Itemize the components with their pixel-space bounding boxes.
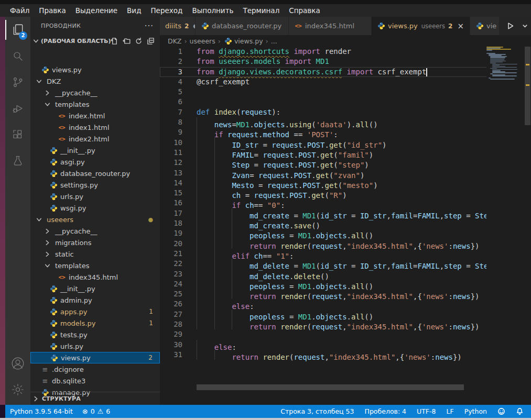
tree-folder-useeers[interactable]: useeers● (30, 214, 160, 225)
code-line-21[interactable]: 21elif ch== "1": (160, 249, 524, 259)
activity-testing[interactable] (5, 148, 30, 174)
code-line-8[interactable]: 8news=MD1.objects.using('daata').all() (160, 117, 524, 127)
language-mode[interactable]: Python (464, 407, 487, 415)
tree-file-urls-py[interactable]: urls.py (30, 191, 160, 202)
tab-database-roouter-py[interactable]: database_roouter.py (196, 17, 289, 35)
new-file-icon[interactable] (111, 37, 118, 45)
tree-folder-migrations[interactable]: migrations (30, 237, 160, 248)
code-line-26[interactable]: 26else: (160, 299, 524, 309)
code-line-25[interactable]: 25return render(request,"index345.html",… (160, 289, 524, 299)
tree-file-admin-py[interactable]: admin.py (30, 294, 160, 306)
new-folder-icon[interactable] (123, 37, 131, 45)
vertical-scrollbar-thumb[interactable] (525, 47, 530, 125)
tree-folder-templates[interactable]: templates (30, 98, 160, 110)
tree-folder--pycache-[interactable]: __pycache__ (30, 225, 160, 237)
activity-source-control[interactable] (5, 69, 30, 95)
tab-vie[interactable]: vie (470, 17, 500, 35)
tab-diiits[interactable]: diiits2● (160, 17, 196, 35)
minimap[interactable] (486, 47, 524, 384)
code-line-31[interactable]: 31return render(request,"index345.html",… (160, 350, 524, 360)
code-line-17[interactable]: 17md_create = MD1(id_str = ID_str,famil=… (160, 208, 524, 218)
code-line-28[interactable]: 28return render(request,"index345.html",… (160, 319, 524, 329)
code-line-10[interactable]: 10ID_str = request.POST.get("id_str") (160, 138, 524, 148)
cursor-position[interactable]: Строка 3, столбец 53 (280, 407, 354, 415)
tree-file-urls-py[interactable]: urls.py (30, 340, 160, 352)
tree-file-tests-py[interactable]: tests.py (30, 329, 160, 340)
python-interpreter[interactable]: Python 3.9.5 64-bit (10, 407, 73, 415)
code-line-9[interactable]: 9if request.method == 'POST': (160, 127, 524, 137)
outline-section-header[interactable]: СТРУКТУРА (30, 392, 160, 405)
notifications-bell-icon[interactable] (516, 407, 524, 415)
tree-file-settings-py[interactable]: settings.py (30, 179, 160, 191)
code-line-22[interactable]: 22md_delete = MD1(id_str = ID_str,famil=… (160, 259, 524, 269)
code-line-24[interactable]: 24peopless = MD1.objects.all() (160, 279, 524, 289)
tab-close-icon[interactable]: × (457, 21, 464, 31)
tree-file-asgi-py[interactable]: asgi.py (30, 156, 160, 168)
tree-folder-dkz[interactable]: DKZ (30, 75, 160, 87)
activity-accounts[interactable] (5, 350, 30, 377)
tree-file-index2-html[interactable]: <>index2.html (30, 133, 160, 145)
tree-file-views-py[interactable]: views.py2 (30, 352, 160, 363)
collapse-all-icon[interactable] (147, 37, 155, 45)
workspace-section-header[interactable]: (РАБОЧАЯ ОБЛАСТЬ) ... (30, 35, 160, 47)
menu-правка[interactable]: Правка (34, 4, 70, 17)
code-line-2[interactable]: 2from useeers.models import MD1 (160, 57, 524, 67)
tree-file--dcignore[interactable]: ≡.dcignore (30, 363, 160, 375)
horizontal-scrollbar[interactable] (160, 384, 524, 390)
sidebar-more-actions[interactable]: ··· (145, 21, 154, 31)
code-line-11[interactable]: 11FAMIL= request.POST.get("famil") (160, 148, 524, 158)
code-line-19[interactable]: 19peopless = MD1.objects.all() (160, 228, 524, 238)
code-line-20[interactable]: 20return render(request,"index345.html",… (160, 239, 524, 249)
tree-file-index1-html[interactable]: <>index1.html (30, 121, 160, 133)
activity-extensions[interactable] (5, 121, 30, 148)
tree-folder-static[interactable]: static (30, 248, 160, 260)
code-line-23[interactable]: 23md_delete.delete() (160, 269, 524, 279)
code-line-14[interactable]: 14Mesto = request.POST.get("mesto") (160, 178, 524, 188)
tree-file-apps-py[interactable]: apps.py1 (30, 306, 160, 317)
code-line-27[interactable]: 27peopless = MD1.objects.all() (160, 310, 524, 319)
code-line-15[interactable]: 15ch = request.POST.get("R") (160, 188, 524, 198)
indentation[interactable]: Пробелов: 4 (365, 407, 407, 415)
menu-вид[interactable]: Вид (122, 4, 146, 17)
tree-file-index-html[interactable]: <>index.html (30, 110, 160, 121)
tree-folder--pycache-[interactable]: __pycache__ (30, 87, 160, 98)
activity-settings[interactable] (5, 377, 30, 403)
tab-views-py[interactable]: views.pyuseeers2× (372, 17, 470, 35)
tree-file-models-py[interactable]: models.py1 (30, 317, 160, 329)
tree-file-database-roouter-py[interactable]: database_roouter.py (30, 168, 160, 179)
eol-sequence[interactable]: LF (447, 407, 454, 415)
tree-file-views-py[interactable]: views.py (30, 64, 160, 75)
menu-выполнить[interactable]: Выполнить (187, 4, 238, 17)
code-line-16[interactable]: 16if ch== "0": (160, 198, 524, 208)
code-line-30[interactable]: 30else: (160, 340, 524, 350)
vertical-scrollbar[interactable] (524, 47, 531, 384)
tree-folder-templates[interactable]: templates (30, 260, 160, 271)
tab-index345-html[interactable]: <>index345.html (289, 17, 372, 35)
activity-run-debug[interactable] (5, 95, 30, 121)
code-line-29[interactable]: 29 (160, 329, 524, 339)
run-icon[interactable] (506, 21, 515, 30)
code-line-7[interactable]: 7def index(request): (160, 107, 524, 117)
tree-file-wsgi-py[interactable]: wsgi.py (30, 202, 160, 214)
code-line-3[interactable]: 3from django.views.decorators.csrf impor… (160, 67, 524, 77)
feedback-icon[interactable] (497, 407, 505, 415)
chevron-down-icon[interactable] (522, 23, 528, 29)
code-line-1[interactable]: 1from django.shortcuts import render (160, 47, 524, 57)
activity-explorer[interactable]: 2 (5, 17, 30, 43)
menu-терминал[interactable]: Терминал (238, 4, 284, 17)
menu-файл[interactable]: Файл (5, 4, 34, 17)
problems-indicator[interactable]: ⊗ 0 ⚠ 6 (82, 407, 110, 415)
code-line-6[interactable]: 6 (160, 97, 524, 107)
code-line-12[interactable]: 12Step = request.POST.get("step") (160, 158, 524, 168)
tree-file--init-py[interactable]: __init__.py (30, 283, 160, 294)
activity-search[interactable] (5, 43, 30, 69)
tree-file-db-sqlite3[interactable]: ≡db.sqlite3 (30, 375, 160, 386)
breadcrumb-item[interactable]: ... (271, 37, 277, 45)
refresh-icon[interactable] (135, 37, 143, 45)
code-line-18[interactable]: 18md_create.save() (160, 218, 524, 228)
menu-переход[interactable]: Переход (146, 4, 187, 17)
breadcrumb-item[interactable]: DKZ (168, 37, 181, 45)
code-line-5[interactable]: 5 (160, 87, 524, 97)
breadcrumb-item[interactable]: useeers (190, 37, 215, 45)
encoding[interactable]: UTF-8 (417, 407, 436, 415)
